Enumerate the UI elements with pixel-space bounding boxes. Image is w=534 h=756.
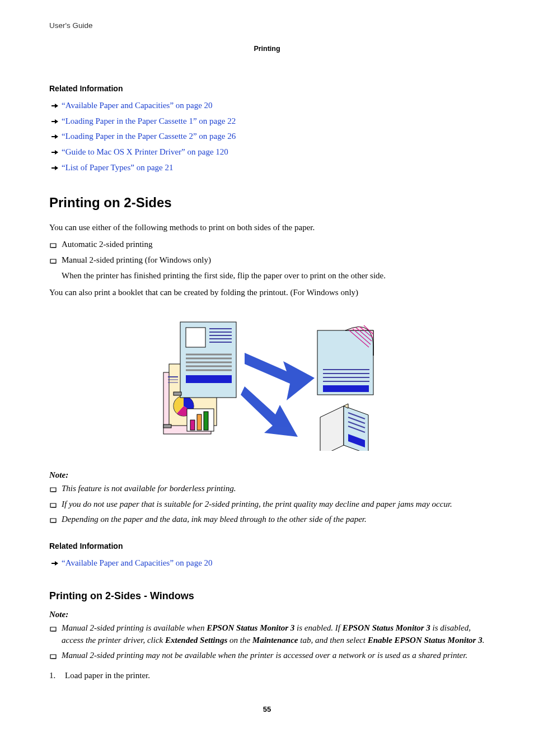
- page-number: 55: [49, 704, 485, 715]
- note2-part: tab, and then select: [298, 636, 367, 645]
- chapter-label: Printing: [49, 44, 485, 54]
- arrow-right-icon: [51, 133, 58, 140]
- note-item: If you do not use paper that is suitable…: [49, 498, 485, 511]
- note2-part: .: [483, 636, 485, 645]
- related-link-text: “Loading Paper in the Paper Cassette 1” …: [62, 115, 236, 128]
- svg-rect-9: [204, 412, 208, 430]
- note-item: Depending on the paper and the data, ink…: [49, 514, 485, 526]
- duplex-illustration: [49, 311, 485, 455]
- note-item: Manual 2-sided printing is available whe…: [49, 622, 485, 647]
- arrow-right-icon: [51, 560, 58, 567]
- square-bullet-icon: [49, 501, 57, 507]
- svg-rect-7: [190, 420, 195, 430]
- related-link-row[interactable]: “Guide to Mac OS X Printer Driver” on pa…: [49, 146, 485, 158]
- square-bullet-icon: [49, 516, 57, 522]
- note2-part-bold: EPSON Status Monitor 3: [343, 623, 430, 632]
- related-link-row[interactable]: “Available Paper and Capacities” on page…: [49, 100, 485, 112]
- related-link-text: “Available Paper and Capacities” on page…: [62, 557, 213, 570]
- note2-part-bold: Enable EPSON Status Monitor 3: [368, 636, 483, 645]
- arrow-right-icon: [51, 102, 58, 109]
- square-bullet-icon: [49, 256, 57, 263]
- square-bullet-icon: [49, 485, 57, 492]
- note2-part: Manual 2-sided printing is available whe…: [62, 623, 207, 632]
- svg-rect-30: [323, 385, 369, 392]
- section-heading-2sides: Printing on 2-Sides: [49, 193, 485, 213]
- step-row: 1. Load paper in the printer.: [49, 670, 485, 682]
- square-bullet-icon: [49, 241, 57, 248]
- arrow-right-icon: [51, 149, 58, 156]
- note-item: This feature is not available for border…: [49, 483, 485, 495]
- note2-part-bold: EPSON Status Monitor 3: [207, 623, 294, 632]
- related-link-row[interactable]: “Available Paper and Capacities” on page…: [49, 557, 485, 570]
- note2-part-bold: Maintenance: [252, 636, 298, 645]
- related-link-text: “Guide to Mac OS X Printer Driver” on pa…: [62, 146, 228, 158]
- svg-rect-25: [317, 330, 373, 395]
- step-text: Load paper in the printer.: [65, 670, 150, 682]
- list-item: Manual 2-sided printing (for Windows onl…: [49, 254, 485, 267]
- svg-rect-11: [186, 328, 205, 347]
- section-heading-windows: Printing on 2-Sides - Windows: [49, 589, 485, 603]
- note2-part: is enabled. If: [294, 623, 342, 632]
- related-link-text: “Available Paper and Capacities” on page…: [62, 100, 213, 112]
- arrow-right-icon: [51, 118, 58, 125]
- guide-title: User's Guide: [49, 20, 485, 31]
- related-link-row[interactable]: “Loading Paper in the Paper Cassette 1” …: [49, 115, 485, 128]
- step-number: 1.: [49, 670, 58, 682]
- related-link-row[interactable]: “Loading Paper in the Paper Cassette 2” …: [49, 130, 485, 143]
- arrow-right-icon: [51, 165, 58, 171]
- related-info-heading-2: Related Information: [49, 540, 485, 552]
- note2-part: on the: [227, 636, 252, 645]
- note2-part-bold: Extended Settings: [165, 636, 227, 645]
- svg-rect-23: [174, 392, 181, 395]
- svg-rect-8: [197, 414, 202, 430]
- note-item-text: Depending on the paper and the data, ink…: [62, 514, 485, 526]
- after-paragraph: You can also print a booklet that can be…: [49, 287, 485, 299]
- svg-rect-22: [186, 375, 232, 383]
- square-bullet-icon: [49, 624, 57, 631]
- note-item: Manual 2-sided printing may not be avail…: [49, 650, 485, 662]
- list-item: Automatic 2-sided printing: [49, 239, 485, 251]
- intro-paragraph: You can use either of the following meth…: [49, 222, 485, 234]
- square-bullet-icon: [49, 652, 57, 659]
- sub-paragraph: When the printer has finished printing t…: [62, 270, 485, 282]
- svg-rect-24: [163, 424, 171, 428]
- list-item-text: Automatic 2-sided printing: [62, 239, 485, 251]
- note-item-text: Manual 2-sided printing may not be avail…: [62, 650, 485, 662]
- note-item-text: This feature is not available for border…: [62, 483, 485, 495]
- related-link-text: “List of Paper Types” on page 21: [62, 162, 173, 174]
- note-heading: Note:: [49, 469, 485, 482]
- note-item-text: If you do not use paper that is suitable…: [62, 498, 485, 511]
- note-heading-2: Note:: [49, 609, 485, 621]
- related-link-row[interactable]: “List of Paper Types” on page 21: [49, 162, 485, 174]
- related-link-text: “Loading Paper in the Paper Cassette 2” …: [62, 130, 236, 143]
- list-item-text: Manual 2-sided printing (for Windows onl…: [62, 254, 485, 267]
- related-info-heading-1: Related Information: [49, 83, 485, 94]
- note-item-text: Manual 2-sided printing is available whe…: [62, 622, 485, 647]
